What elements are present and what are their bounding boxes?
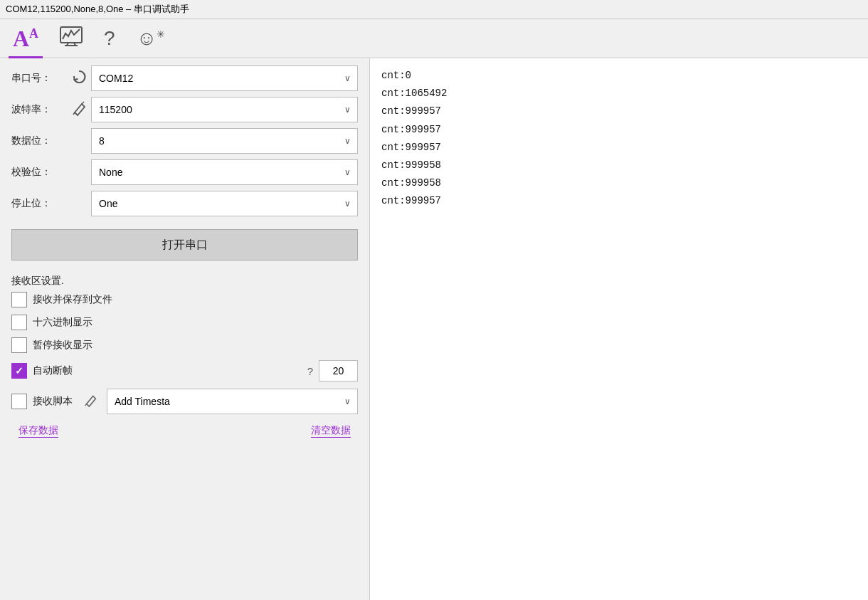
baud-select-wrapper: 115200 9600 38400 57600 230400 ∨ bbox=[91, 97, 358, 122]
parity-select[interactable]: None Odd Even bbox=[91, 159, 358, 185]
open-port-button[interactable]: 打开串口 bbox=[11, 229, 358, 260]
svg-line-4 bbox=[73, 112, 75, 115]
hex-display-checkbox[interactable] bbox=[11, 315, 27, 330]
receive-section-title: 接收区设置. bbox=[11, 275, 358, 288]
log-line: cnt:1065492 bbox=[381, 85, 857, 102]
log-line: cnt:999958 bbox=[381, 157, 857, 174]
window-title: COM12,115200,None,8,One – 串口调试助手 bbox=[6, 4, 189, 14]
script-checkbox[interactable] bbox=[11, 394, 27, 409]
svg-line-5 bbox=[82, 102, 84, 104]
log-line: cnt:999957 bbox=[381, 121, 857, 139]
autoframe-label: 自动断帧 bbox=[33, 364, 73, 377]
monitor-icon bbox=[60, 26, 83, 50]
log-line: cnt:0 bbox=[381, 67, 857, 85]
script-label: 接收脚本 bbox=[33, 395, 73, 408]
autoframe-checkbox[interactable] bbox=[11, 363, 27, 379]
stopbits-select[interactable]: One Two OnePointFive bbox=[91, 191, 358, 216]
log-line: cnt:999957 bbox=[381, 102, 857, 120]
port-select-wrapper: COM12 COM1 COM2 COM3 ∨ bbox=[91, 65, 358, 91]
save-file-checkbox[interactable] bbox=[11, 292, 27, 307]
main-area: 串口号： COM12 COM1 COM2 COM3 ∨ 波特率： bbox=[0, 58, 868, 600]
log-line: cnt:999957 bbox=[381, 192, 857, 210]
hex-display-row: 十六进制显示 bbox=[11, 315, 358, 330]
toolbar-font-btn[interactable]: AA bbox=[9, 24, 43, 53]
stopbits-row: 停止位： One Two OnePointFive ∨ bbox=[11, 191, 358, 216]
port-row: 串口号： COM12 COM1 COM2 COM3 ∨ bbox=[11, 65, 358, 91]
font-icon: AA bbox=[13, 27, 38, 50]
script-row: 接收脚本 Add Timesta None ∨ bbox=[11, 389, 358, 414]
log-line: cnt:999958 bbox=[381, 174, 857, 192]
save-data-link[interactable]: 保存数据 bbox=[18, 424, 58, 438]
parity-row: 校验位： None Odd Even ∨ bbox=[11, 159, 358, 185]
log-container: cnt:0cnt:1065492cnt:999957cnt:999957cnt:… bbox=[381, 67, 857, 211]
bottom-links: 保存数据 清空数据 bbox=[11, 424, 358, 438]
stopbits-select-wrapper: One Two OnePointFive ∨ bbox=[91, 191, 358, 216]
save-file-label: 接收并保存到文件 bbox=[33, 293, 112, 306]
toolbar-emoji-btn[interactable]: ☺✳ bbox=[132, 26, 170, 51]
svg-line-6 bbox=[85, 404, 87, 406]
toolbar: AA ? ☺✳ bbox=[0, 19, 868, 58]
databits-select-wrapper: 8 7 6 5 ∨ bbox=[91, 128, 358, 154]
toolbar-help-btn[interactable]: ? bbox=[100, 26, 120, 51]
autoframe-help-icon[interactable]: ? bbox=[307, 365, 313, 377]
left-panel: 串口号： COM12 COM1 COM2 COM3 ∨ 波特率： bbox=[0, 58, 370, 600]
databits-select[interactable]: 8 7 6 5 bbox=[91, 128, 358, 154]
baud-label: 波特率： bbox=[11, 103, 68, 116]
title-bar: COM12,115200,None,8,One – 串口调试助手 bbox=[0, 0, 868, 19]
parity-label: 校验位： bbox=[11, 166, 68, 179]
stopbits-label: 停止位： bbox=[11, 197, 68, 210]
right-panel: cnt:0cnt:1065492cnt:999957cnt:999957cnt:… bbox=[370, 58, 868, 600]
emoji-icon: ☺✳ bbox=[137, 28, 166, 48]
databits-label: 数据位： bbox=[11, 135, 68, 147]
hex-display-label: 十六进制显示 bbox=[33, 316, 92, 329]
port-label: 串口号： bbox=[11, 72, 68, 85]
pause-receive-checkbox[interactable] bbox=[11, 337, 27, 353]
pen-icon bbox=[68, 100, 91, 120]
port-select[interactable]: COM12 COM1 COM2 COM3 bbox=[91, 65, 358, 91]
baud-row: 波特率： 115200 9600 38400 57600 230400 ∨ bbox=[11, 97, 358, 122]
baud-select[interactable]: 115200 9600 38400 57600 230400 bbox=[91, 97, 358, 122]
save-file-row: 接收并保存到文件 bbox=[11, 292, 358, 307]
autoframe-input[interactable] bbox=[319, 360, 358, 381]
script-select[interactable]: Add Timesta None bbox=[107, 389, 358, 414]
pause-receive-row: 暂停接收显示 bbox=[11, 337, 358, 353]
clear-data-link[interactable]: 清空数据 bbox=[311, 424, 351, 438]
script-pen-icon bbox=[84, 393, 98, 411]
script-select-wrapper: Add Timesta None ∨ bbox=[107, 389, 358, 414]
databits-row: 数据位： 8 7 6 5 ∨ bbox=[11, 128, 358, 154]
autoframe-row: 自动断帧 ? bbox=[11, 360, 358, 381]
log-line: cnt:999957 bbox=[381, 139, 857, 157]
refresh-icon[interactable] bbox=[68, 69, 91, 88]
parity-select-wrapper: None Odd Even ∨ bbox=[91, 159, 358, 185]
help-icon: ? bbox=[104, 28, 115, 48]
pause-receive-label: 暂停接收显示 bbox=[33, 339, 92, 352]
toolbar-monitor-btn[interactable] bbox=[55, 23, 87, 53]
